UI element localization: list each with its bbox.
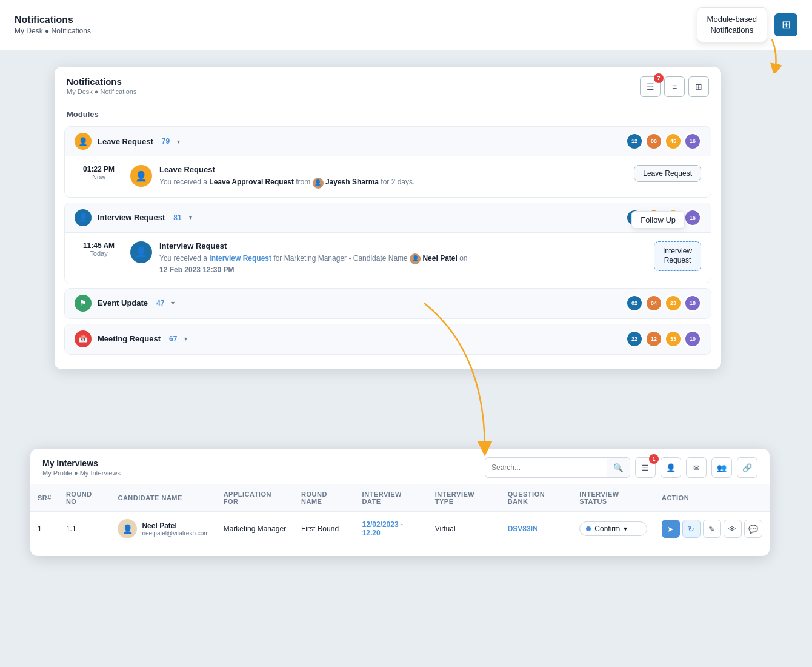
leave-request-icon: 👤 <box>75 133 92 150</box>
meeting-request-chevron: ▾ <box>184 335 187 342</box>
notif-body-interview: Interview Request You received a Intervi… <box>159 241 647 274</box>
notif-avatar-interview: 👤 <box>130 241 152 263</box>
ev-avatar-4: 18 <box>684 295 701 312</box>
leave-request-notification: 01:22 PM Now 👤 Leave Request You receive… <box>65 156 711 197</box>
notifications-panel: Notifications My Desk ● Notifications ☰ … <box>55 67 721 369</box>
panel-breadcrumb-part1: My Desk <box>67 88 93 95</box>
table-header-row: SR# ROUND NO CANDIDATE NAME APPLICATION … <box>30 484 770 512</box>
cell-application: Marketing Manager <box>216 512 294 546</box>
avatar-1: 12 <box>626 133 643 150</box>
avatar-2: 06 <box>645 133 662 150</box>
interview-request-icon: 👤 <box>75 209 92 226</box>
status-dot <box>586 526 591 531</box>
candidate-details: Neel Patel neelpatel@vitafresh.com <box>142 521 208 537</box>
interview-request-name: Interview Request <box>98 213 165 222</box>
interview-request-chevron: ▾ <box>189 214 192 221</box>
interview-time-sub: Today <box>75 250 123 257</box>
col-question-bank: QUESTION BANK <box>501 484 573 512</box>
meeting-request-name: Meeting Request <box>98 334 161 343</box>
cell-status[interactable]: Confirm ▾ <box>572 512 654 546</box>
avatar-4: 16 <box>684 133 701 150</box>
ev-avatar-2: 04 <box>645 295 662 312</box>
notif-time-main: 01:22 PM <box>75 165 123 173</box>
cell-candidate: 👤 Neel Patel neelpatel@vitafresh.com <box>110 512 216 546</box>
ev-avatar-3: 23 <box>665 295 682 312</box>
event-update-icon: ⚑ <box>75 295 92 312</box>
notif-text-leave: You received a Leave Approval Request fr… <box>159 176 627 189</box>
interviews-person-button[interactable]: 👤 <box>661 457 681 478</box>
meeting-request-module: 📅 Meeting Request 67 ▾ 22 12 33 10 <box>64 324 711 355</box>
module-header-left: 👤 Leave Request 79 ▾ <box>75 133 180 150</box>
int-avatar-4: 16 <box>684 209 701 226</box>
cell-question-bank: DSV83IN <box>501 512 573 546</box>
leave-request-header[interactable]: 👤 Leave Request 79 ▾ 12 06 45 16 <box>65 127 711 156</box>
refresh-action-button[interactable]: ↻ <box>682 520 701 538</box>
notif-title-leave: Leave Request <box>159 165 627 174</box>
interview-request-notification: 11:45 AM Today 👤 Interview Request You r… <box>65 233 711 283</box>
edit-action-button[interactable]: ✎ <box>703 520 721 538</box>
interviews-link-button[interactable]: 🔗 <box>737 457 757 478</box>
panel-breadcrumb-sep: ● <box>95 88 101 95</box>
filter-button[interactable]: ☰ 7 <box>640 76 661 97</box>
candidate-email: neelpatel@vitafresh.com <box>142 530 208 537</box>
interviews-panel: My Interviews My Profile ● My Interviews… <box>30 449 770 556</box>
interview-time-main: 11:45 AM <box>75 241 123 250</box>
modules-label: Modules <box>55 102 721 121</box>
candidate-avatar: 👤 <box>118 519 137 538</box>
person-avatar-leave: 👤 <box>313 178 324 189</box>
cell-round-name: First Round <box>294 512 355 546</box>
interviews-table: SR# ROUND NO CANDIDATE NAME APPLICATION … <box>30 484 770 546</box>
top-bar: Notifications My Desk ● Notifications Mo… <box>0 0 812 50</box>
col-application: APPLICATION FOR <box>216 484 294 512</box>
col-round-no: ROUND NO <box>59 484 111 512</box>
interview-notif-time: 11:45 AM Today <box>75 241 123 257</box>
interview-request-action-button[interactable]: InterviewRequest <box>654 241 701 271</box>
event-update-name: Event Update <box>98 298 148 307</box>
grid-view-button[interactable]: ⊞ <box>774 13 797 36</box>
mt-avatar-2: 12 <box>645 330 662 347</box>
int-breadcrumb-part2: My Interviews <box>80 469 121 477</box>
interview-request-header[interactable]: 👤 Interview Request 81 ▾ 12 06 45 16 <box>65 203 711 233</box>
interview-date-value: 12/02/2023 -12.20 <box>362 520 403 537</box>
col-action: ACTION <box>654 484 770 512</box>
leave-request-avatars: 12 06 45 16 <box>626 133 701 150</box>
event-update-header[interactable]: ⚑ Event Update 47 ▾ 02 04 23 18 <box>65 289 711 318</box>
mt-avatar-4: 10 <box>684 330 701 347</box>
status-chevron: ▾ <box>624 525 627 533</box>
view-action-button[interactable]: 👁 <box>724 520 742 538</box>
status-select[interactable]: Confirm ▾ <box>579 521 647 536</box>
candidate-name: Neel Patel <box>142 521 208 530</box>
leave-request-name: Leave Request <box>98 137 153 146</box>
module-tooltip: Module-basedNotifications <box>697 7 767 42</box>
leave-request-action-button[interactable]: Leave Request <box>634 165 701 182</box>
interviews-filter-button[interactable]: ☰ 1 <box>635 457 656 478</box>
notif-title-interview: Interview Request <box>159 241 647 250</box>
search-button[interactable]: 🔍 <box>607 457 630 478</box>
question-bank-value[interactable]: DSV83IN <box>508 525 538 533</box>
grid-view-button-panel[interactable]: ⊞ <box>688 76 709 97</box>
col-candidate: CANDIDATE NAME <box>110 484 216 512</box>
event-update-chevron: ▾ <box>171 300 175 306</box>
panel-breadcrumb-part2: Notifications <box>101 88 137 95</box>
interview-request-module: 👤 Interview Request 81 ▾ 12 06 45 16 11:… <box>64 203 711 283</box>
col-sr: SR# <box>30 484 59 512</box>
interviews-title: My Interviews <box>42 458 121 468</box>
interviews-group-button[interactable]: 👥 <box>711 457 732 478</box>
interviews-header: My Interviews My Profile ● My Interviews… <box>30 449 770 484</box>
notif-avatar-leave: 👤 <box>130 165 152 187</box>
breadcrumb-part1: My Desk <box>15 27 43 35</box>
search-bar: 🔍 <box>485 457 630 478</box>
event-update-module: ⚑ Event Update 47 ▾ 02 04 23 18 <box>64 288 711 319</box>
message-action-button[interactable]: 💬 <box>744 520 762 538</box>
list-view-button[interactable]: ≡ <box>664 76 685 97</box>
top-bar-right: Module-basedNotifications ⊞ <box>697 7 797 42</box>
meeting-request-header[interactable]: 📅 Meeting Request 67 ▾ 22 12 33 10 <box>65 324 711 354</box>
send-action-button[interactable]: ➤ <box>662 520 680 538</box>
event-update-count: 47 <box>156 299 164 307</box>
interviews-header-actions: 🔍 ☰ 1 👤 ✉ 👥 🔗 <box>485 457 757 478</box>
ev-avatar-1: 02 <box>626 295 643 312</box>
col-status: INTERVIEW STATUS <box>572 484 654 512</box>
leave-request-count: 79 <box>162 137 170 146</box>
interviews-mail-button[interactable]: ✉ <box>686 457 707 478</box>
search-input[interactable] <box>485 463 607 472</box>
